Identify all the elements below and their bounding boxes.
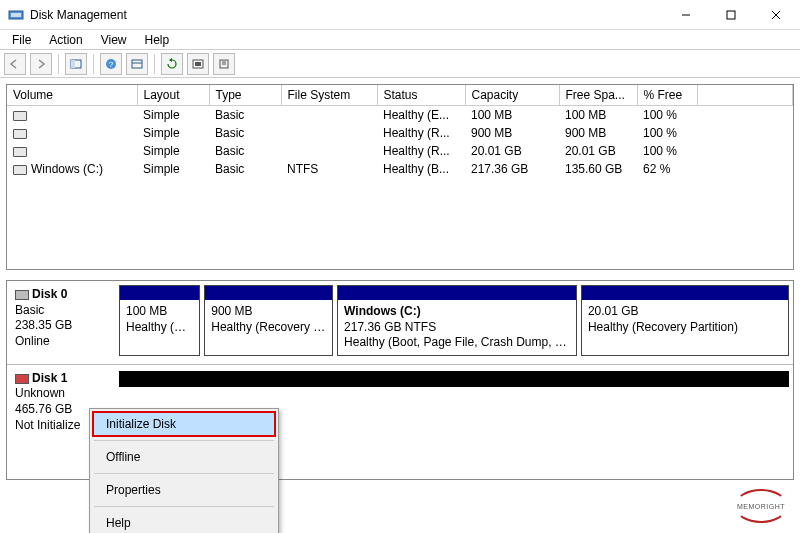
partition[interactable]: Windows (C:)217.36 GB NTFSHealthy (Boot,… xyxy=(337,285,577,356)
properties-button[interactable] xyxy=(213,53,235,75)
rescan-button[interactable] xyxy=(187,53,209,75)
col-pctfree[interactable]: % Free xyxy=(637,85,697,106)
table-row[interactable]: Windows (C:)SimpleBasicNTFSHealthy (B...… xyxy=(7,160,793,178)
menu-action[interactable]: Action xyxy=(41,31,90,49)
menu-initialize-disk[interactable]: Initialize Disk xyxy=(92,411,276,437)
table-row[interactable]: SimpleBasicHealthy (R...20.01 GB20.01 GB… xyxy=(7,142,793,160)
svg-rect-10 xyxy=(132,60,142,68)
window-title: Disk Management xyxy=(30,8,127,22)
menu-bar: File Action View Help xyxy=(0,30,800,50)
menu-separator xyxy=(94,473,274,474)
menu-properties[interactable]: Properties xyxy=(92,477,276,503)
partition[interactable]: 20.01 GBHealthy (Recovery Partition) xyxy=(581,285,789,356)
col-freespace[interactable]: Free Spa... xyxy=(559,85,637,106)
volume-icon xyxy=(13,111,27,121)
toolbar-separator xyxy=(58,54,59,74)
back-button[interactable] xyxy=(4,53,26,75)
menu-separator xyxy=(94,506,274,507)
disk-icon xyxy=(15,290,29,300)
watermark: MEMORIGHT xyxy=(734,489,788,523)
menu-help[interactable]: Help xyxy=(137,31,178,49)
toolbar-separator xyxy=(154,54,155,74)
col-status[interactable]: Status xyxy=(377,85,465,106)
disk0-row[interactable]: Disk 0 Basic 238.35 GB Online 100 MBHeal… xyxy=(7,281,793,365)
close-button[interactable] xyxy=(753,0,798,30)
svg-rect-3 xyxy=(727,11,735,19)
menu-help[interactable]: Help xyxy=(92,510,276,533)
context-menu: Initialize Disk Offline Properties Help xyxy=(89,408,279,533)
volume-icon xyxy=(13,129,27,139)
volume-icon xyxy=(13,147,27,157)
col-volume[interactable]: Volume xyxy=(7,85,137,106)
volume-list[interactable]: Volume Layout Type File System Status Ca… xyxy=(6,84,794,270)
menu-file[interactable]: File xyxy=(4,31,39,49)
col-capacity[interactable]: Capacity xyxy=(465,85,559,106)
svg-text:?: ? xyxy=(109,60,114,69)
menu-view[interactable]: View xyxy=(93,31,135,49)
toolbar: ? xyxy=(0,50,800,78)
col-type[interactable]: Type xyxy=(209,85,281,106)
disk0-label: Disk 0 Basic 238.35 GB Online xyxy=(11,285,119,356)
volume-icon xyxy=(13,165,27,175)
col-filesystem[interactable]: File System xyxy=(281,85,377,106)
refresh-button[interactable] xyxy=(161,53,183,75)
menu-separator xyxy=(94,440,274,441)
title-bar: Disk Management xyxy=(0,0,800,30)
col-layout[interactable]: Layout xyxy=(137,85,209,106)
minimize-button[interactable] xyxy=(663,0,708,30)
settings-button[interactable] xyxy=(126,53,148,75)
maximize-button[interactable] xyxy=(708,0,753,30)
col-blank xyxy=(697,85,793,106)
unallocated-space[interactable] xyxy=(119,371,789,387)
svg-rect-1 xyxy=(11,13,21,17)
app-icon xyxy=(8,7,24,23)
forward-button[interactable] xyxy=(30,53,52,75)
toolbar-separator xyxy=(93,54,94,74)
disk-unknown-icon xyxy=(15,374,29,384)
svg-rect-13 xyxy=(195,62,201,66)
partition[interactable]: 100 MBHealthy (EFI S xyxy=(119,285,200,356)
table-row[interactable]: SimpleBasicHealthy (E...100 MB100 MB100 … xyxy=(7,106,793,125)
table-row[interactable]: SimpleBasicHealthy (R...900 MB900 MB100 … xyxy=(7,124,793,142)
partition[interactable]: 900 MBHealthy (Recovery Par xyxy=(204,285,333,356)
svg-rect-7 xyxy=(71,60,75,68)
help-button[interactable]: ? xyxy=(100,53,122,75)
column-header-row: Volume Layout Type File System Status Ca… xyxy=(7,85,793,106)
menu-offline[interactable]: Offline xyxy=(92,444,276,470)
show-hide-button[interactable] xyxy=(65,53,87,75)
